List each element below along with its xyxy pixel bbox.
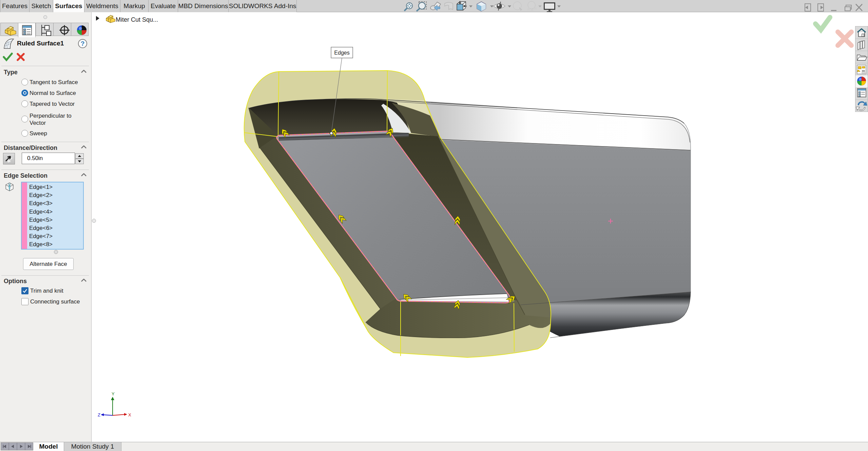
svg-text:Y: Y xyxy=(112,391,115,396)
svg-text:Edges: Edges xyxy=(334,50,349,56)
svg-text:X: X xyxy=(128,412,131,417)
svg-text:Miter Cut Squ...: Miter Cut Squ... xyxy=(116,16,158,23)
svg-text:Z: Z xyxy=(98,412,100,417)
